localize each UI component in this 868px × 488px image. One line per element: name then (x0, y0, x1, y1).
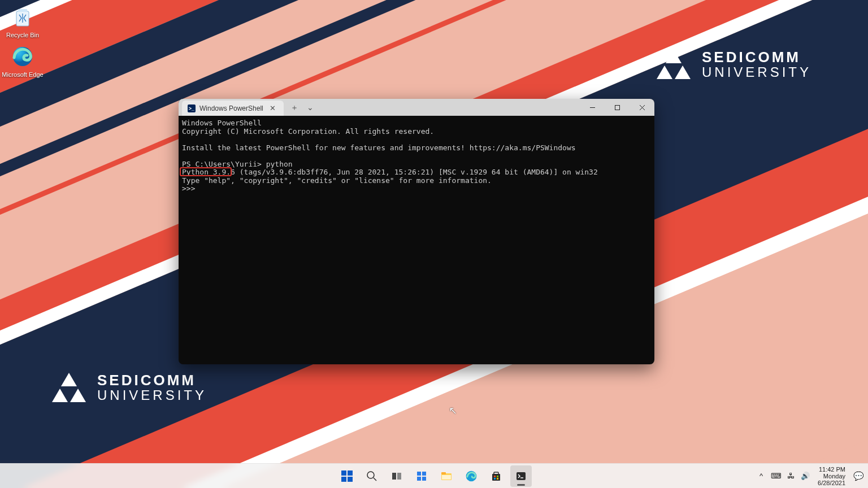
brand-logo-top: SEDICOMM UNIVERSITY (656, 50, 811, 79)
svg-rect-35 (517, 472, 526, 480)
file-explorer-icon (440, 470, 453, 482)
system-tray: ^ ⌨ 🖧 🔊 11:42 PM Monday 6/28/2021 💬 (756, 466, 865, 486)
window-close-button[interactable] (630, 99, 654, 116)
tab-close-button[interactable]: ✕ (267, 104, 278, 112)
taskbar-edge-button[interactable] (461, 465, 482, 487)
svg-marker-5 (70, 389, 86, 402)
svg-rect-33 (494, 478, 496, 480)
edge-icon (465, 470, 478, 482)
svg-rect-23 (417, 477, 421, 481)
taskbar-explorer-button[interactable] (436, 465, 457, 487)
store-icon (491, 470, 502, 482)
terminal-body[interactable]: Windows PowerShell Copyright (C) Microso… (179, 116, 654, 364)
terminal-line: >>> (182, 184, 199, 193)
terminal-line: Install the latest PowerShell for new fe… (182, 143, 576, 152)
svg-line-18 (374, 478, 376, 481)
terminal-line: Python 3.9.6 (tags/v3.9.6:db3ff76, Jun 2… (182, 168, 598, 176)
minimize-icon (589, 104, 596, 111)
svg-rect-21 (417, 472, 421, 476)
widgets-icon (416, 470, 427, 482)
terminal-line: Copyright (C) Microsoft Corporation. All… (182, 127, 434, 136)
terminal-line: PS C:\Users\Yurii> python (182, 160, 293, 168)
svg-rect-22 (422, 472, 426, 476)
svg-marker-0 (666, 50, 682, 63)
clock-time: 11:42 PM (819, 466, 845, 473)
close-icon (639, 104, 645, 111)
tab-powershell[interactable]: >_ Windows PowerShell ✕ (182, 101, 284, 116)
maximize-icon (614, 104, 620, 111)
taskbar-taskview-button[interactable] (386, 465, 407, 487)
taskbar-clock[interactable]: 11:42 PM Monday 6/28/2021 (814, 466, 849, 486)
svg-marker-1 (657, 66, 672, 79)
tray-input-icon[interactable]: ⌨ (770, 472, 782, 480)
svg-rect-10 (615, 105, 619, 110)
tray-volume-icon[interactable]: 🔊 (800, 472, 811, 480)
clock-day: Monday (823, 473, 845, 480)
start-button[interactable] (336, 465, 358, 487)
svg-rect-29 (492, 474, 500, 481)
tray-network-icon[interactable]: 🖧 (785, 472, 796, 480)
svg-rect-24 (422, 477, 426, 481)
svg-marker-4 (52, 389, 68, 402)
svg-marker-3 (61, 373, 77, 386)
taskview-icon (391, 470, 402, 482)
brand-icon (656, 50, 692, 79)
taskbar-widgets-button[interactable] (411, 465, 432, 487)
taskbar-search-button[interactable] (361, 465, 383, 487)
svg-rect-26 (441, 472, 446, 474)
svg-marker-2 (675, 66, 691, 79)
search-icon (366, 470, 377, 482)
clock-date: 6/28/2021 (818, 480, 845, 486)
svg-rect-15 (341, 477, 346, 482)
brand-logo-bottom: SEDICOMM UNIVERSITY (51, 373, 207, 402)
taskbar-center (336, 465, 532, 487)
recycle-bin-icon (10, 5, 35, 29)
svg-rect-13 (341, 470, 346, 476)
svg-rect-19 (392, 473, 396, 480)
tray-overflow-button[interactable]: ^ (756, 472, 767, 480)
windows-logo-icon (341, 470, 353, 482)
window-titlebar[interactable]: >_ Windows PowerShell ✕ ＋ ⌄ (179, 99, 654, 116)
svg-rect-14 (348, 470, 353, 476)
taskbar: ^ ⌨ 🖧 🔊 11:42 PM Monday 6/28/2021 💬 (0, 463, 868, 488)
svg-rect-34 (497, 478, 498, 480)
brand-line1: SEDICOMM (97, 373, 207, 388)
taskbar-terminal-button[interactable] (510, 465, 532, 487)
svg-point-17 (367, 472, 374, 478)
svg-rect-27 (442, 475, 451, 480)
desktop-icon-recycle-bin[interactable]: Recycle Bin (1, 5, 44, 38)
svg-rect-7 (18, 9, 27, 12)
powershell-window: >_ Windows PowerShell ✕ ＋ ⌄ Windows Powe… (179, 99, 654, 364)
tab-dropdown-button[interactable]: ⌄ (303, 99, 318, 116)
new-tab-button[interactable]: ＋ (287, 99, 302, 116)
window-maximize-button[interactable] (605, 99, 630, 116)
brand-line1: SEDICOMM (702, 50, 811, 65)
svg-rect-16 (348, 477, 353, 482)
desktop-icon-edge[interactable]: Microsoft Edge (1, 44, 44, 78)
powershell-icon: >_ (188, 104, 196, 112)
svg-rect-32 (497, 476, 498, 477)
brand-line2: UNIVERSITY (97, 388, 207, 402)
brand-line2: UNIVERSITY (702, 65, 811, 79)
window-minimize-button[interactable] (580, 99, 605, 116)
desktop-icon-label: Recycle Bin (1, 32, 44, 38)
taskbar-store-button[interactable] (485, 465, 507, 487)
svg-rect-20 (397, 473, 401, 480)
svg-rect-31 (494, 476, 496, 477)
brand-icon (51, 373, 87, 402)
svg-rect-30 (494, 472, 498, 474)
terminal-line: Windows PowerShell (182, 119, 262, 127)
tab-title: Windows PowerShell (199, 104, 263, 112)
edge-icon (10, 44, 35, 69)
notifications-button[interactable]: 💬 (852, 471, 865, 481)
desktop-icon-label: Microsoft Edge (1, 71, 44, 78)
terminal-icon (515, 470, 527, 482)
tab-actions: ＋ ⌄ (287, 99, 318, 116)
terminal-line: Type "help", "copyright", "credits" or "… (182, 176, 492, 185)
